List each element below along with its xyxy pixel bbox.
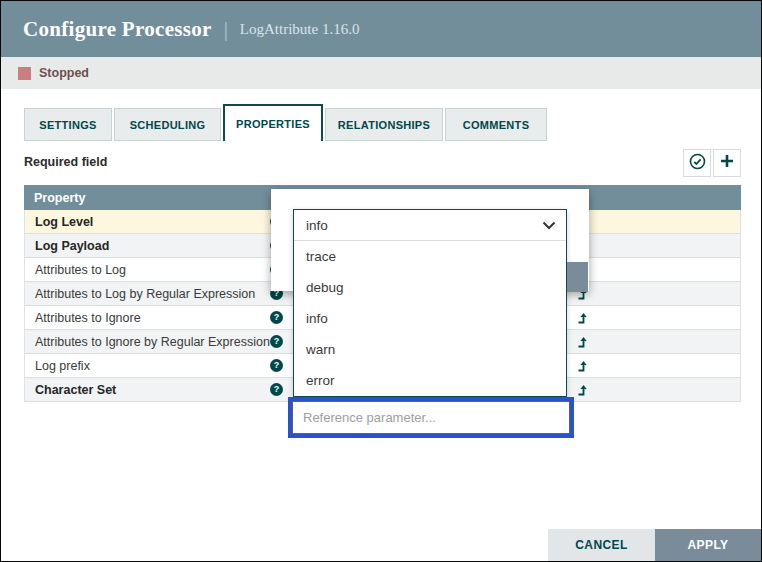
dialog-title: Configure Processor [23,17,212,42]
verify-properties-button[interactable] [683,149,711,177]
tab-scheduling[interactable]: SCHEDULING [114,108,221,141]
plus-icon [719,153,735,173]
required-field-label: Required field [24,155,107,169]
status-label: Stopped [39,66,89,80]
question-circle-icon[interactable] [270,383,283,396]
popup-scrollbar-thumb[interactable] [567,262,588,292]
tab-relationships[interactable]: RELATIONSHIPS [325,108,443,141]
property-name: Attributes to Log [35,263,126,277]
combo-option-debug[interactable]: debug [294,272,566,303]
status-bar: Stopped [1,57,761,89]
combo-option-error[interactable]: error [294,365,566,396]
tab-properties[interactable]: PROPERTIES [223,104,323,141]
tab-settings[interactable]: SETTINGS [24,108,112,141]
combo-option-warn[interactable]: warn [294,334,566,365]
tab-comments[interactable]: COMMENTS [445,108,547,141]
level-up-arrow-icon[interactable] [577,360,588,375]
stopped-status-icon [18,67,31,80]
level-up-arrow-icon[interactable] [577,384,588,399]
tab-bar: SETTINGS SCHEDULING PROPERTIES RELATIONS… [24,104,547,141]
check-circle-icon [689,153,706,174]
property-name: Attributes to Ignore by Regular Expressi… [35,335,270,349]
add-property-button[interactable] [713,149,741,177]
combo-option-info[interactable]: info [294,303,566,334]
combo-option-trace[interactable]: trace [294,241,566,272]
title-separator: | [224,17,228,42]
question-circle-icon[interactable] [270,311,283,324]
property-name: Attributes to Log by Regular Expression [35,287,255,301]
apply-button[interactable]: APPLY [655,529,761,561]
question-circle-icon[interactable] [270,359,283,372]
cancel-button[interactable]: CANCEL [548,529,655,561]
level-up-arrow-icon[interactable] [577,336,588,351]
property-name: Log Payload [35,239,109,253]
dialog-header: Configure Processor | LogAttribute 1.16.… [1,1,761,57]
chevron-down-icon [542,218,556,233]
property-name: Character Set [35,383,116,397]
property-name: Log prefix [35,359,90,373]
combo-selected-label: info [306,218,328,233]
property-name: Attributes to Ignore [35,311,141,325]
property-name: Log Level [35,215,93,229]
configure-processor-dialog: Configure Processor | LogAttribute 1.16.… [0,0,762,562]
reference-parameter-input[interactable]: Reference parameter... [292,401,570,434]
reference-parameter-focus-ring: Reference parameter... [288,397,574,438]
log-level-combo: info trace debug info warn error [293,209,567,397]
processor-type-version: LogAttribute 1.16.0 [240,21,360,38]
question-circle-icon[interactable] [270,335,283,348]
combo-selected-value[interactable]: info [294,210,566,241]
level-up-arrow-icon[interactable] [577,312,588,327]
